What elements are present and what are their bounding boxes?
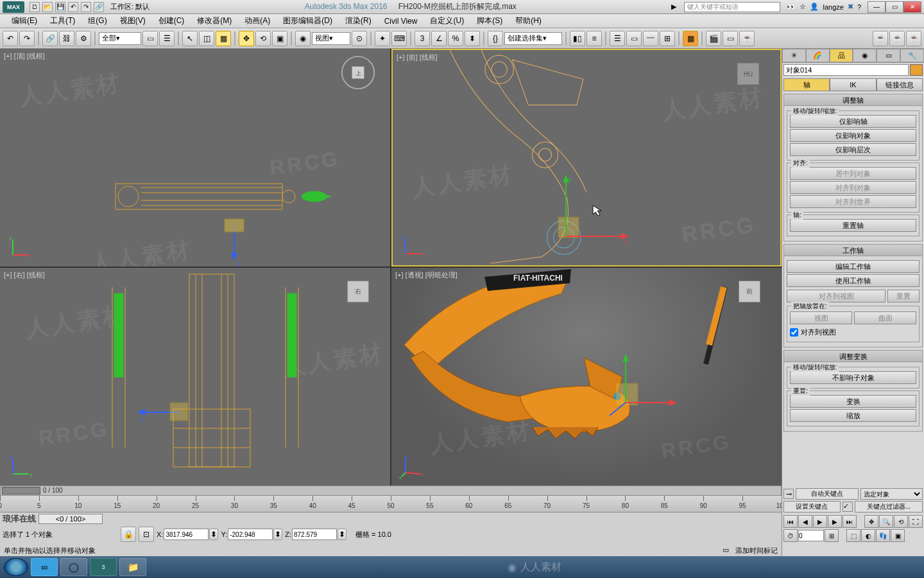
workspace-label[interactable]: 工作区: 默认: [110, 2, 150, 12]
render-button[interactable]: ☕: [739, 31, 755, 46]
menu-modifiers[interactable]: 修改器(M): [191, 15, 238, 26]
nav-max-icon[interactable]: ⛶: [909, 515, 923, 528]
render-frame-button[interactable]: ▭: [723, 31, 738, 46]
isolate-icon[interactable]: ⊡: [139, 527, 154, 542]
menu-customize[interactable]: 自定义(U): [424, 15, 470, 26]
time-ruler[interactable]: 0510152025303540455055606570758085909510…: [0, 496, 782, 512]
menu-group[interactable]: 组(G): [81, 15, 113, 26]
edit-working-pivot-button[interactable]: 编辑工作轴: [787, 260, 920, 273]
goto-start-icon[interactable]: ⏮: [783, 515, 798, 528]
play-icon[interactable]: ▶: [813, 515, 827, 528]
start-button[interactable]: [4, 558, 28, 576]
viewport-label[interactable]: [+] [右] [线框]: [4, 270, 45, 280]
maximize-button[interactable]: ▭: [886, 1, 903, 13]
coord-x-input[interactable]: [164, 529, 209, 540]
menu-civil[interactable]: Civil View: [378, 17, 424, 26]
nav-orbit-icon[interactable]: ⟲: [894, 515, 908, 528]
viewport-label[interactable]: [+] [透视] [明暗处理]: [395, 270, 458, 280]
search-input[interactable]: 键入关键字或短语: [684, 2, 780, 12]
key-icon[interactable]: ⊸: [783, 489, 794, 499]
selection-filter-combo[interactable]: 全部 ▾: [99, 32, 141, 45]
ref-coord-combo[interactable]: 视图 ▾: [312, 32, 350, 45]
unlink-button[interactable]: ⛓: [59, 31, 74, 46]
schematic-button[interactable]: ⊞: [660, 31, 675, 46]
minimize-button[interactable]: —: [868, 1, 886, 13]
coord-y-input[interactable]: [228, 529, 273, 540]
viewcube[interactable]: HU: [729, 58, 767, 90]
align-to-world-button[interactable]: 对齐到世界: [790, 195, 916, 208]
object-name-input[interactable]: [783, 64, 909, 76]
use-working-pivot-button[interactable]: 使用工作轴: [787, 274, 920, 287]
save-icon[interactable]: 💾: [55, 2, 65, 12]
spinner-icon[interactable]: ⬍: [338, 529, 346, 540]
viewport-right[interactable]: [+] [右] [线框] 右 人人素材 RRCG 人人素材 z: [0, 268, 390, 486]
snap-button[interactable]: 3: [415, 31, 430, 46]
rotate-button[interactable]: ⟲: [255, 31, 271, 46]
reset-button[interactable]: 重置: [887, 290, 920, 302]
viewport-perspective[interactable]: [+] [透视] [明暗处理] 前 人人素材 RRCG FIAT-HITACHI: [391, 268, 782, 486]
ref-coord-button[interactable]: ◉: [295, 31, 311, 46]
track-bar[interactable]: 0 / 100: [0, 486, 782, 496]
toggle-ribbon-button[interactable]: ▭: [626, 31, 642, 46]
undo-button[interactable]: ↶: [3, 31, 18, 46]
nav-pan-icon[interactable]: ✥: [864, 515, 878, 528]
next-frame-icon[interactable]: ▶: [828, 515, 842, 528]
current-frame-input[interactable]: [798, 530, 824, 541]
time-slider[interactable]: < 0 / 100 >: [38, 514, 103, 524]
move-gizmo[interactable]: [603, 351, 680, 422]
track-thumb[interactable]: [2, 487, 40, 495]
play-icon[interactable]: ▶: [671, 3, 676, 11]
menu-tools[interactable]: 工具(T): [44, 15, 81, 26]
redo-button[interactable]: ↷: [19, 31, 35, 46]
viewcube[interactable]: 右: [339, 276, 377, 308]
angle-snap-button[interactable]: ∠: [431, 31, 447, 46]
viewport-label[interactable]: [+] [前] [线框]: [397, 53, 438, 62]
auto-key-button[interactable]: 自动关键点: [796, 488, 859, 500]
key-filters-button[interactable]: 关键点过滤器...: [855, 501, 923, 512]
viewcube[interactable]: 上: [339, 57, 377, 89]
key-mode-icon[interactable]: ✓: [843, 502, 853, 512]
menu-create[interactable]: 创建(C): [152, 15, 191, 26]
taskbar-chrome[interactable]: ◯: [60, 558, 87, 576]
viewcube[interactable]: 前: [730, 276, 769, 308]
rollout-header[interactable]: 调整轴: [784, 94, 922, 106]
spinner-icon[interactable]: ⬍: [209, 529, 218, 540]
nav-fov-icon[interactable]: ◐: [861, 529, 875, 542]
align-to-view-button[interactable]: 对齐到视图: [787, 290, 886, 302]
align-button[interactable]: ≡: [586, 31, 602, 46]
taskbar-explorer[interactable]: 📁: [119, 558, 146, 576]
tab-hierarchy-icon[interactable]: 品: [830, 49, 853, 62]
viewport-label[interactable]: [+] [顶] [线框]: [4, 51, 45, 61]
scale-button[interactable]: ▣: [272, 31, 287, 46]
named-set-combo[interactable]: 创建选择集 ▾: [504, 32, 562, 45]
help-icon[interactable]: ?: [857, 3, 861, 11]
rollout-header[interactable]: 调整变换: [784, 351, 922, 362]
select-name-button[interactable]: ☰: [159, 31, 175, 46]
star-icon[interactable]: ☆: [800, 3, 806, 11]
select-region-button[interactable]: ◫: [199, 31, 214, 46]
binoculars-icon[interactable]: 👀: [787, 3, 796, 11]
teapot2-icon[interactable]: ☕: [889, 31, 905, 46]
affect-pivot-button[interactable]: 仅影响轴: [790, 115, 916, 128]
rollout-header[interactable]: 工作轴: [784, 245, 922, 256]
script-icon[interactable]: ▭: [723, 546, 729, 556]
nav-zoom-ext-icon[interactable]: ⬚: [846, 529, 860, 542]
user-icon[interactable]: 👤: [810, 3, 819, 11]
tab-create-icon[interactable]: ✳: [782, 49, 806, 62]
nav-walk-icon[interactable]: 👣: [876, 529, 890, 542]
close-button[interactable]: ✕: [903, 1, 921, 13]
window-crossing-button[interactable]: ▦: [216, 31, 231, 46]
taskbar-3dsmax[interactable]: 3: [90, 558, 117, 576]
key-target-combo[interactable]: 选定对象: [860, 488, 923, 500]
tab-utilities-icon[interactable]: 🔧: [900, 49, 924, 62]
redo-icon[interactable]: ↷: [81, 2, 91, 12]
tab-ik[interactable]: IK: [830, 78, 876, 91]
reset-scale-button[interactable]: 缩放: [790, 409, 916, 422]
time-config-icon[interactable]: ⏱: [783, 529, 798, 542]
link-icon[interactable]: 🔗: [94, 2, 104, 12]
object-color-swatch[interactable]: [910, 64, 923, 76]
add-time-tag-button[interactable]: 添加时间标记: [735, 546, 778, 556]
nav-min-max-icon[interactable]: ▣: [891, 529, 905, 542]
teapot1-icon[interactable]: ☕: [873, 31, 888, 46]
teapot3-icon[interactable]: ☕: [906, 31, 921, 46]
